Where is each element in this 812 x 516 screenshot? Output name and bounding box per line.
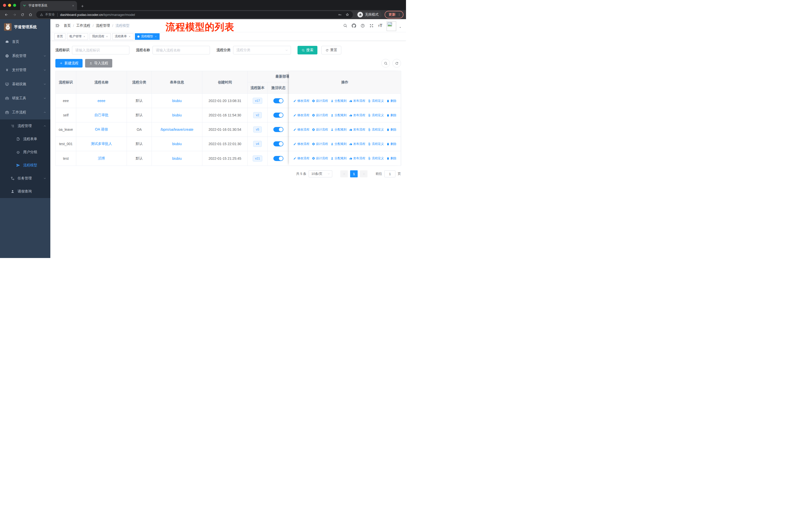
- form-info-link[interactable]: biubiu: [172, 99, 181, 103]
- action-design-link[interactable]: 设计流程: [312, 99, 328, 103]
- status-toggle[interactable]: [273, 127, 283, 132]
- tags-view-item[interactable]: 首页: [54, 33, 65, 40]
- menu-dots-icon[interactable]: [398, 13, 401, 17]
- form-info-link[interactable]: biubiu: [172, 142, 181, 146]
- status-toggle[interactable]: [273, 141, 283, 146]
- window-controls[interactable]: [3, 4, 16, 7]
- reload-button[interactable]: [19, 11, 26, 18]
- action-design-link[interactable]: 设计流程: [312, 128, 328, 132]
- search-icon[interactable]: [343, 23, 347, 28]
- help-icon[interactable]: [360, 23, 365, 28]
- avatar-caret-icon[interactable]: [399, 26, 402, 29]
- page-number-current[interactable]: 1: [350, 170, 358, 178]
- breadcrumb-item[interactable]: 首页: [64, 23, 71, 28]
- action-publish-link[interactable]: 发布流程: [349, 142, 365, 146]
- zoom-window-button[interactable]: [13, 4, 16, 7]
- action-publish-link[interactable]: 发布流程: [349, 128, 365, 132]
- sidebar-item[interactable]: 任务管理: [0, 172, 50, 185]
- sidebar-item[interactable]: 基础设施: [0, 77, 50, 91]
- version-tag[interactable]: v2: [253, 112, 262, 118]
- github-icon[interactable]: [352, 23, 356, 28]
- sidebar-item[interactable]: 用户分组: [0, 146, 50, 159]
- fullscreen-icon[interactable]: [369, 23, 374, 28]
- action-delete-link[interactable]: 删除: [386, 113, 397, 117]
- sidebar-item[interactable]: 流程表单: [0, 133, 50, 146]
- show-search-button[interactable]: [381, 59, 390, 67]
- close-window-button[interactable]: [3, 4, 6, 7]
- action-assign-rule-link[interactable]: 分配规则: [330, 99, 347, 103]
- back-button[interactable]: [2, 11, 10, 18]
- version-tag[interactable]: v21: [253, 156, 262, 162]
- action-definition-link[interactable]: 流程定义: [368, 142, 384, 146]
- action-assign-rule-link[interactable]: 分配规则: [330, 156, 347, 161]
- tags-view-item[interactable]: 租户管理: [67, 33, 88, 40]
- sidebar-item[interactable]: 工作流程: [0, 105, 50, 119]
- action-edit-link[interactable]: 修改流程: [293, 156, 309, 161]
- action-design-link[interactable]: 设计流程: [312, 156, 328, 161]
- action-delete-link[interactable]: 删除: [386, 99, 397, 103]
- sidebar-item[interactable]: 请假查询: [0, 185, 50, 198]
- status-toggle[interactable]: [273, 156, 283, 161]
- action-delete-link[interactable]: 删除: [386, 142, 397, 146]
- bookmark-star-icon[interactable]: [345, 12, 349, 17]
- action-edit-link[interactable]: 修改流程: [293, 113, 309, 117]
- import-process-button[interactable]: 导入流程: [85, 59, 112, 67]
- process-name-link[interactable]: 滔博: [98, 156, 105, 160]
- process-name-link[interactable]: eeee: [97, 99, 105, 103]
- close-tab-icon[interactable]: [72, 4, 75, 7]
- process-key-input[interactable]: [72, 46, 129, 54]
- sidebar-item[interactable]: 流程模型: [0, 159, 50, 172]
- address-bar[interactable]: 不安全 dashboard.yudao.iocoder.cn/bpm/manag…: [36, 11, 353, 18]
- action-design-link[interactable]: 设计流程: [312, 113, 328, 117]
- sidebar-item[interactable]: 研发工具: [0, 91, 50, 105]
- reset-button[interactable]: 重置: [321, 46, 341, 54]
- avatar[interactable]: [387, 21, 396, 31]
- password-key-icon[interactable]: [338, 13, 342, 17]
- update-button[interactable]: 更新: [385, 11, 404, 19]
- process-name-input[interactable]: [152, 46, 210, 54]
- close-tab-icon[interactable]: [83, 35, 86, 38]
- action-assign-rule-link[interactable]: 分配规则: [330, 128, 347, 132]
- font-size-icon[interactable]: TT: [378, 23, 382, 28]
- next-page-button[interactable]: [360, 170, 368, 178]
- status-toggle[interactable]: [273, 113, 283, 118]
- sidebar-logo[interactable]: 芋道管理系统: [0, 19, 50, 35]
- new-tab-button[interactable]: [81, 4, 84, 8]
- breadcrumb-item[interactable]: 流程管理: [96, 23, 110, 28]
- action-edit-link[interactable]: 修改流程: [293, 142, 309, 146]
- action-assign-rule-link[interactable]: 分配规则: [330, 142, 347, 146]
- process-name-link[interactable]: OA 请假: [95, 127, 108, 131]
- minimize-window-button[interactable]: [8, 4, 11, 7]
- search-button[interactable]: 搜索: [297, 46, 317, 54]
- page-size-select[interactable]: 10条/页: [309, 170, 332, 178]
- browser-tab[interactable]: 芋道管理系统: [20, 1, 77, 10]
- action-design-link[interactable]: 设计流程: [312, 142, 328, 146]
- sidebar-item[interactable]: 支付管理: [0, 63, 50, 77]
- version-tag[interactable]: v4: [253, 141, 262, 147]
- action-definition-link[interactable]: 流程定义: [368, 156, 384, 161]
- sidebar-item[interactable]: 流程管理: [0, 119, 50, 133]
- action-definition-link[interactable]: 流程定义: [368, 99, 384, 103]
- prev-page-button[interactable]: [340, 170, 348, 178]
- collapse-sidebar-icon[interactable]: [55, 23, 60, 28]
- close-tab-icon[interactable]: [106, 35, 108, 38]
- tags-view-item[interactable]: 流程表单: [112, 33, 134, 40]
- action-delete-link[interactable]: 删除: [386, 128, 397, 132]
- version-tag[interactable]: v5: [253, 127, 262, 133]
- process-name-link[interactable]: 自己审批: [94, 113, 109, 117]
- action-definition-link[interactable]: 流程定义: [368, 128, 384, 132]
- close-tab-icon[interactable]: [154, 35, 157, 38]
- sidebar-item[interactable]: 首页: [0, 35, 50, 49]
- refresh-table-button[interactable]: [393, 59, 401, 67]
- action-publish-link[interactable]: 发布流程: [349, 113, 365, 117]
- form-info-link[interactable]: biubiu: [172, 113, 181, 117]
- version-tag[interactable]: v17: [253, 98, 262, 104]
- home-button[interactable]: [27, 11, 34, 18]
- create-process-button[interactable]: 新建流程: [55, 59, 83, 67]
- sidebar-item[interactable]: 系统管理: [0, 49, 50, 63]
- category-select[interactable]: 流程分类: [233, 46, 291, 54]
- process-name-link[interactable]: 测试多审批人: [91, 142, 112, 146]
- action-publish-link[interactable]: 发布流程: [349, 156, 365, 161]
- breadcrumb-item[interactable]: 工作流程: [76, 23, 90, 28]
- tags-view-item[interactable]: 我的流程: [90, 33, 111, 40]
